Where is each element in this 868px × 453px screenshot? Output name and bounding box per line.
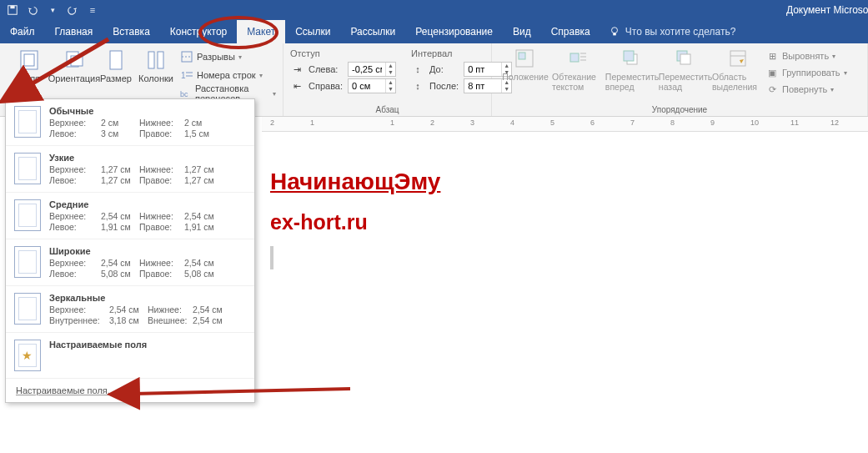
tab-mailings[interactable]: Рассылки bbox=[340, 20, 405, 43]
columns-icon bbox=[144, 48, 168, 72]
margins-custom-link[interactable]: Настраиваемые поля... bbox=[6, 379, 254, 402]
quick-access-toolbar: ▾ ≡ bbox=[0, 4, 98, 16]
svg-rect-4 bbox=[21, 51, 38, 69]
tell-me-placeholder: Что вы хотите сделать? bbox=[625, 26, 736, 38]
margins-option-mirrored[interactable]: Зеркальные Верхнее:2,54 см Нижнее:2,54 с… bbox=[6, 286, 254, 333]
position-button[interactable]: Положение bbox=[499, 47, 552, 97]
selection-pane-button[interactable]: Область выделения bbox=[712, 47, 765, 97]
margins-button[interactable]: Поля▾ bbox=[7, 47, 52, 102]
svg-rect-7 bbox=[71, 56, 83, 66]
margins-dropdown: Обычные Верхнее:2 см Нижнее:2 см Левое:3… bbox=[5, 98, 255, 403]
breaks-icon bbox=[180, 50, 193, 63]
orientation-button[interactable]: Ориентация bbox=[52, 47, 97, 102]
qat-customize-icon[interactable]: ≡ bbox=[87, 4, 98, 16]
margins-icon bbox=[18, 48, 41, 72]
send-backward-button[interactable]: Переместить назад bbox=[659, 47, 712, 97]
margins-option-custom-preview[interactable]: Настраиваемые поля bbox=[6, 333, 254, 379]
backward-icon bbox=[675, 48, 696, 70]
size-button[interactable]: Размер bbox=[97, 47, 135, 102]
breaks-button[interactable]: Разрывы▾ bbox=[180, 48, 276, 65]
tab-file[interactable]: Файл bbox=[0, 20, 45, 43]
save-icon[interactable] bbox=[7, 4, 18, 16]
tab-design[interactable]: Конструктор bbox=[160, 20, 237, 43]
svg-rect-8 bbox=[110, 51, 122, 69]
columns-button[interactable]: Колонки bbox=[135, 47, 177, 102]
document-page[interactable]: НачинающЭму ex-hort.ru bbox=[262, 135, 868, 453]
margins-option-wide[interactable]: Широкие Верхнее:2,54 см Нижнее:2,54 см Л… bbox=[6, 239, 254, 286]
group-icon: ▣ bbox=[765, 66, 779, 79]
indent-right-icon: ⇤ bbox=[290, 79, 304, 93]
wrap-icon bbox=[568, 48, 590, 70]
tab-home[interactable]: Главная bbox=[45, 20, 103, 43]
tab-references[interactable]: Ссылки bbox=[285, 20, 340, 43]
document-subheading: ex-hort.ru bbox=[270, 210, 868, 234]
ribbon-tabs: Файл Главная Вставка Конструктор Макет С… bbox=[0, 20, 868, 43]
svg-rect-26 bbox=[680, 54, 690, 64]
svg-rect-3 bbox=[613, 33, 616, 36]
margins-thumb-icon bbox=[14, 246, 41, 278]
margins-thumb-icon bbox=[14, 199, 41, 231]
svg-rect-19 bbox=[570, 53, 579, 62]
app-title: Документ Microsoft Word - Word bbox=[786, 4, 868, 16]
margins-thumb-star-icon bbox=[14, 340, 41, 371]
svg-rect-1 bbox=[10, 6, 14, 9]
forward-icon bbox=[621, 48, 643, 70]
margins-thumb-icon bbox=[14, 293, 41, 325]
margins-thumb-icon bbox=[14, 106, 41, 138]
indent-right-input[interactable]: ▲▼ bbox=[348, 78, 396, 93]
group-button[interactable]: ▣Группировать▾ bbox=[765, 65, 847, 80]
margins-option-normal[interactable]: Обычные Верхнее:2 см Нижнее:2 см Левое:3… bbox=[6, 99, 254, 146]
document-heading: НачинающЭму bbox=[270, 169, 868, 195]
lightbulb-icon bbox=[609, 26, 620, 38]
indent-heading: Отступ bbox=[290, 48, 396, 58]
margins-option-narrow[interactable]: Узкие Верхнее:1,27 см Нижнее:1,27 см Лев… bbox=[6, 146, 254, 193]
indent-left-icon: ⇥ bbox=[290, 63, 304, 76]
text-cursor bbox=[270, 246, 273, 269]
rotate-icon: ⟳ bbox=[765, 83, 779, 96]
margins-thumb-icon bbox=[14, 153, 41, 184]
align-button[interactable]: ⊞Выровнять▾ bbox=[765, 48, 847, 63]
wrap-text-button[interactable]: Обтекание текстом bbox=[552, 47, 605, 97]
line-numbers-icon: 1 bbox=[180, 68, 193, 82]
tell-me-search[interactable]: Что вы хотите сделать? bbox=[600, 20, 745, 43]
tab-review[interactable]: Рецензирование bbox=[405, 20, 503, 43]
spacing-after-icon: ↕ bbox=[411, 79, 424, 93]
svg-rect-24 bbox=[624, 51, 634, 61]
horizontal-ruler[interactable]: 2 1 1 2 3 4 5 6 7 8 9 10 11 12 13 bbox=[262, 117, 868, 132]
svg-text:1: 1 bbox=[181, 71, 186, 80]
position-icon bbox=[514, 48, 536, 70]
bring-forward-button[interactable]: Переместить вперед bbox=[605, 47, 659, 97]
spacing-before-icon: ↕ bbox=[411, 63, 424, 76]
svg-rect-9 bbox=[148, 52, 154, 68]
svg-rect-10 bbox=[158, 52, 163, 68]
rotate-button[interactable]: ⟳Повернуть▾ bbox=[765, 82, 847, 97]
tab-view[interactable]: Вид bbox=[503, 20, 541, 43]
svg-rect-18 bbox=[519, 53, 525, 59]
margins-option-moderate[interactable]: Средние Верхнее:2,54 см Нижнее:2,54 см Л… bbox=[6, 193, 254, 239]
indent-left-input[interactable]: ▲▼ bbox=[348, 62, 396, 77]
selection-pane-icon bbox=[728, 48, 750, 70]
undo-icon[interactable] bbox=[27, 4, 38, 16]
redo-icon[interactable] bbox=[67, 4, 78, 16]
group-label-paragraph: Абзац bbox=[290, 103, 484, 114]
group-arrange: Положение Обтекание текстом Переместить … bbox=[492, 43, 868, 116]
tab-help[interactable]: Справка bbox=[541, 20, 600, 43]
svg-point-2 bbox=[611, 28, 617, 33]
title-bar: ▾ ≡ Документ Microsoft Word - Word bbox=[0, 0, 868, 20]
group-paragraph: Отступ ⇥ Слева: ▲▼ ⇤ Справа: ▲▼ Интервал… bbox=[283, 43, 492, 116]
line-numbers-button[interactable]: 1 Номера строк▾ bbox=[180, 67, 276, 83]
align-icon: ⊞ bbox=[765, 49, 779, 63]
svg-rect-27 bbox=[730, 51, 745, 66]
size-icon bbox=[104, 48, 128, 72]
group-label-arrange: Упорядочение bbox=[499, 103, 860, 114]
svg-text:bc: bc bbox=[180, 90, 188, 98]
qat-dropdown-icon[interactable]: ▾ bbox=[47, 4, 58, 16]
orientation-icon bbox=[63, 48, 86, 72]
tab-insert[interactable]: Вставка bbox=[103, 20, 160, 43]
tab-layout[interactable]: Макет bbox=[237, 20, 285, 43]
